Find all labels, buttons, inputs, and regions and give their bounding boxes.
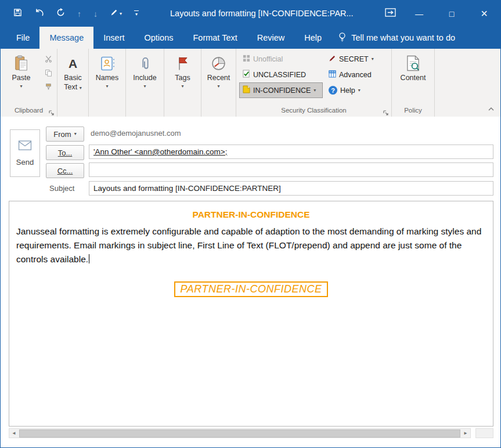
tell-me-label: Tell me what you want to do <box>351 33 455 42</box>
security-marking-header: PARTNER-IN-CONFIDENCE <box>16 209 486 220</box>
basic-text-group: A Basic Text ▾ <box>57 49 89 117</box>
copy-button[interactable] <box>42 68 54 79</box>
policy-group: Content Policy <box>392 49 435 117</box>
scrollbar-thumb[interactable] <box>19 429 460 438</box>
save-button[interactable] <box>13 8 22 19</box>
pen-icon <box>110 9 118 19</box>
to-input[interactable] <box>89 144 493 159</box>
send-button[interactable]: Send <box>10 129 40 177</box>
tell-me-box[interactable]: Tell me what you want to do <box>338 27 455 49</box>
chevron-down-icon: ▾ <box>80 85 82 91</box>
help-label: Help <box>340 86 355 95</box>
tab-format-text[interactable]: Format Text <box>183 27 247 49</box>
redo-icon <box>56 8 65 19</box>
policy-group-label: Policy <box>392 105 434 117</box>
chevron-down-icon: ▾ <box>358 88 361 93</box>
minimize-button[interactable]: — <box>403 1 435 27</box>
content-label: Content <box>401 74 426 83</box>
scroll-right-icon[interactable]: ► <box>461 431 470 436</box>
chevron-down-icon: ▾ <box>120 11 122 16</box>
subject-label: Subject <box>49 184 74 193</box>
recent-button[interactable]: Recent ▾ <box>203 50 235 105</box>
move-up-button: ↑ <box>77 10 81 18</box>
titlebar: ↑ ↓ ▾ ▾ Layouts and formatting [IN-CONFI… <box>1 1 500 27</box>
classification-in-confidence[interactable]: IN-CONFIDENCE ▾ <box>240 83 322 97</box>
names-group: Names ▾ <box>89 49 126 117</box>
chevron-down-icon: ▾ <box>135 12 138 17</box>
names-label: Names <box>96 74 119 83</box>
help-question-icon: ? <box>329 86 337 95</box>
collapse-ribbon-button[interactable] <box>488 103 495 114</box>
to-button[interactable]: To... <box>46 145 84 160</box>
tags-group: Tags ▾ <box>164 49 201 117</box>
subject-input[interactable] <box>89 181 493 196</box>
format-painter-button[interactable] <box>42 82 54 93</box>
tags-button[interactable]: Tags ▾ <box>165 50 200 105</box>
scissors-icon <box>45 55 52 65</box>
security-help-button[interactable]: ? Help ▾ <box>326 83 386 97</box>
tab-help[interactable]: Help <box>294 27 331 49</box>
recent-label: Recent <box>207 74 230 83</box>
horizontal-scrollbar[interactable]: ◄ ► <box>9 428 471 438</box>
to-label: To... <box>58 149 73 157</box>
chevron-down-icon: ▾ <box>106 84 108 89</box>
lightbulb-icon <box>338 32 346 44</box>
tab-file[interactable]: File <box>6 27 39 49</box>
tab-options[interactable]: Options <box>134 27 183 49</box>
bar-icon <box>134 10 139 11</box>
classification-label: Unofficial <box>253 55 283 63</box>
from-button[interactable]: From ▾ <box>46 127 84 142</box>
tab-message[interactable]: Message <box>39 27 93 49</box>
signature-pen-button[interactable]: ▾ <box>110 9 122 19</box>
security-dialog-launcher[interactable] <box>383 108 390 114</box>
clipboard-dialog-launcher[interactable] <box>49 108 55 114</box>
advanced-label: Advanced <box>339 71 372 79</box>
chevron-down-icon: ▾ <box>217 84 219 89</box>
content-button[interactable]: Content <box>393 50 433 105</box>
tab-review[interactable]: Review <box>247 27 295 49</box>
up-arrow-icon: ↑ <box>77 10 81 18</box>
popout-button[interactable] <box>385 1 396 27</box>
unclassified-check-icon <box>243 70 250 80</box>
in-confidence-page-icon <box>243 85 250 95</box>
names-button[interactable]: Names ▾ <box>90 50 124 105</box>
boxed-marking-wrap: PARTNER-IN-CONFIDENCE <box>16 281 486 297</box>
ribbon-tab-bar: File Message Insert Options Format Text … <box>1 27 500 49</box>
save-icon <box>13 8 22 19</box>
compose-header: Send From ▾ demo@demojanusnet.com To... … <box>1 117 500 201</box>
clipboard-group: Paste ▾ <box>1 49 57 117</box>
close-button[interactable]: × <box>468 1 500 27</box>
undo-button[interactable] <box>34 9 44 19</box>
classification-unclassified[interactable]: UNCLASSIFIED <box>240 67 322 82</box>
include-button[interactable]: Include ▾ <box>127 50 163 105</box>
paste-button[interactable]: Paste ▾ <box>2 50 41 105</box>
down-arrow-icon: ↓ <box>93 10 98 18</box>
chevron-down-icon: ▾ <box>20 84 22 89</box>
cut-button[interactable] <box>42 55 54 65</box>
classification-label: UNCLASSIFIED <box>253 71 306 79</box>
advanced-button[interactable]: Advanced <box>326 67 386 82</box>
chevron-down-icon: ▾ <box>313 88 316 93</box>
quick-access-toolbar: ↑ ↓ ▾ ▾ <box>13 1 139 27</box>
chevron-down-icon: ▾ <box>181 84 183 89</box>
maximize-button[interactable]: □ <box>435 1 468 27</box>
body-paragraph: Janusseal formatting is extremely config… <box>16 225 486 266</box>
tab-insert[interactable]: Insert <box>93 27 134 49</box>
cc-button[interactable]: Cc... <box>46 163 84 178</box>
flag-icon <box>176 54 189 73</box>
chevron-down-icon: ▾ <box>372 57 374 62</box>
cc-input[interactable] <box>89 162 493 177</box>
classification-secret[interactable]: SECRET ▾ <box>326 52 386 66</box>
paintbrush-icon <box>45 82 52 93</box>
customize-qat-button[interactable]: ▾ <box>134 10 139 17</box>
cc-label: Cc... <box>57 167 73 175</box>
recent-pie-icon <box>211 54 226 73</box>
paperclip-icon <box>139 54 152 73</box>
window-controls: — □ × <box>403 1 500 27</box>
unofficial-grid-icon <box>243 55 250 64</box>
basic-text-button[interactable]: A Basic Text ▾ <box>59 50 87 105</box>
include-group: Include ▾ <box>126 49 164 117</box>
message-body[interactable]: PARTNER-IN-CONFIDENCE Janusseal formatti… <box>9 201 493 427</box>
redo-button[interactable] <box>56 8 65 19</box>
scroll-left-icon[interactable]: ◄ <box>9 431 19 436</box>
